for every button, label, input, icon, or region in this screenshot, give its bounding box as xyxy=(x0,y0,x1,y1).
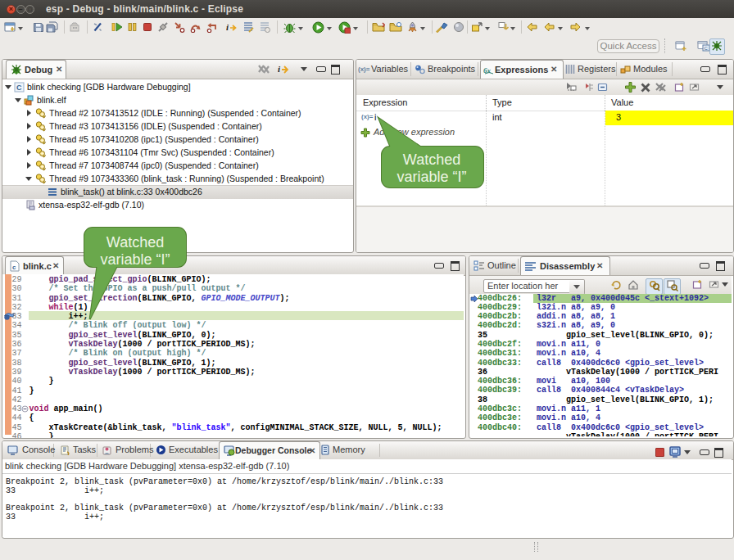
svg-text:C: C xyxy=(16,84,22,92)
svg-text:i: i xyxy=(278,64,281,74)
svg-text:C: C xyxy=(705,46,709,51)
svg-text:6x: 6x xyxy=(483,66,492,75)
svg-text:c: c xyxy=(12,264,16,271)
svg-text:i: i xyxy=(226,22,229,32)
